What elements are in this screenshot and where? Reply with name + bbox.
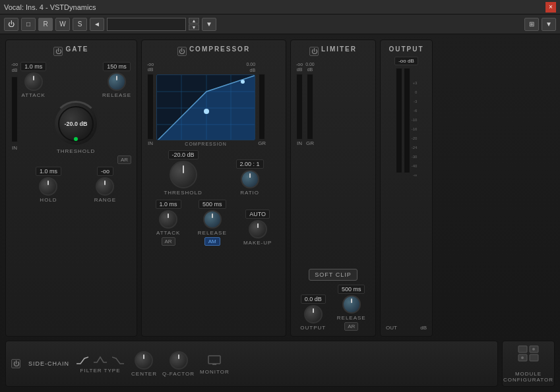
gate-ar-button[interactable]: AR — [117, 155, 131, 164]
sc-qfactor-knob[interactable] — [170, 351, 188, 370]
lim-output-knob[interactable] — [304, 305, 323, 323]
gate-attack-knob[interactable] — [24, 72, 43, 91]
arrow-up-button[interactable]: ▲ — [189, 18, 199, 24]
lim-output-group: 0.0 dB OUTPUT — [300, 294, 326, 331]
gate-range-knob[interactable] — [96, 177, 114, 196]
gate-title: GATE — [65, 45, 88, 53]
gate-hold-label: HOLD — [40, 197, 57, 203]
comp-attack-knob[interactable] — [159, 210, 177, 229]
lim-ar-button[interactable]: AR — [344, 322, 358, 331]
gate-panel: ⏻ GATE -oo dB IN — [5, 40, 137, 337]
comp-release-group: 500 ms RELEASE AM — [198, 200, 227, 246]
gate-db-label: -oo — [11, 62, 18, 67]
settings-button[interactable]: ⊞ — [524, 18, 539, 31]
gate-hold-value: 1.0 ms — [36, 167, 61, 176]
svg-point-12 — [521, 356, 524, 359]
comp-ratio-value: 2.00 : 1 — [236, 159, 264, 169]
solo-button[interactable]: S — [73, 18, 87, 31]
module-config-label: MODULE CONFIGURATOR — [503, 371, 553, 383]
comp-attack-label: ATTACK — [156, 230, 180, 236]
scale-val-11: -∞ — [412, 171, 418, 180]
lim-in-label: IN — [297, 140, 302, 146]
lim-gr-meter — [307, 74, 313, 140]
comp-ratio-group: 2.00 : 1 RATIO — [236, 159, 264, 196]
arrow-down-button[interactable]: ▼ — [189, 24, 199, 30]
comp-knobs-row: -20.0 dB THRESHOLD 2.00 : 1 RATIO — [147, 150, 280, 196]
comp-control-point[interactable] — [204, 109, 209, 114]
gate-release-label: RELEASE — [102, 92, 131, 98]
comp-graph-db-unit: dB — [250, 68, 256, 72]
back-button[interactable]: ◄ — [90, 18, 104, 31]
module-configurator[interactable]: MODULE CONFIGURATOR — [502, 341, 555, 387]
write-button[interactable]: W — [55, 18, 70, 31]
monitor-icon[interactable] — [207, 353, 222, 368]
compressor-power-button[interactable]: ⏻ — [177, 47, 187, 56]
output-top-value: -oo dB — [394, 57, 418, 65]
power-button[interactable]: ⏻ — [4, 18, 18, 31]
svg-rect-8 — [518, 346, 527, 352]
sc-center-knob[interactable] — [135, 351, 153, 370]
scale-val-5: -10 — [412, 115, 418, 125]
lim-output-value: 0.0 dB — [301, 294, 326, 304]
scale-val-2: 0 — [412, 88, 418, 97]
gate-threshold-display: -20.0 dB — [58, 106, 94, 142]
lim-gr-label: GR — [306, 140, 314, 146]
gate-in-label: IN — [12, 145, 17, 151]
gate-range-label: RANGE — [94, 197, 116, 203]
title-bar: Vocal: Ins. 4 - VSTDynamics × — [0, 0, 560, 14]
close-button[interactable]: × — [545, 2, 556, 13]
comp-in-label: IN — [148, 140, 153, 146]
comp-graph-db-top: 0.00 — [247, 62, 256, 67]
sidechain-panel: ⏻ SIDE-CHAIN — [5, 341, 498, 387]
gate-hold-knob[interactable] — [39, 177, 57, 196]
comp-ratio-knob[interactable] — [241, 170, 259, 188]
gate-in-meter: -oo dB IN — [11, 62, 18, 331]
comp-am-button[interactable]: AM — [204, 237, 220, 246]
svg-rect-11 — [530, 354, 538, 361]
sc-qfactor-label: Q-FACTOR — [162, 371, 195, 377]
filter-highcut-icon[interactable] — [111, 354, 126, 366]
gate-release-knob[interactable] — [108, 72, 126, 91]
sidechain-power-button[interactable]: ⏻ — [11, 359, 20, 368]
sc-center-label: CENTER — [131, 371, 157, 377]
filter-bell-icon[interactable] — [93, 354, 108, 366]
toolbar-input[interactable] — [107, 18, 186, 31]
svg-rect-7 — [212, 364, 216, 365]
lim-gr-db-unit: dB — [307, 67, 313, 72]
comp-threshold-label: THRESHOLD — [164, 190, 202, 196]
gate-attack-label: ATTACK — [21, 92, 45, 98]
lim-release-group: 500 ms RELEASE AR — [337, 285, 366, 331]
comp-release-knob[interactable] — [203, 210, 222, 229]
read-button[interactable]: R — [38, 18, 53, 31]
comp-makeup-knob[interactable] — [249, 220, 267, 238]
filter-lowcut-icon[interactable] — [75, 354, 89, 366]
gate-threshold-knob[interactable]: -20.0 dB — [53, 101, 99, 147]
compressor-title: COMPRESSOR — [189, 45, 250, 53]
sc-monitor-group: MONITOR — [200, 353, 230, 375]
filter-type-icons — [75, 354, 126, 366]
comp-in-db-top: -oo — [147, 62, 154, 67]
compressor-header: ⏻ COMPRESSOR — [147, 45, 280, 57]
options-button[interactable]: ▼ — [542, 18, 556, 31]
output-panel: OUTPUT -oo dB +3 0 -3 -6 — [380, 40, 433, 337]
comp-compression-label: COMPRESSION — [185, 142, 227, 146]
comp-threshold-group: -20.0 dB THRESHOLD — [164, 150, 202, 196]
comp-in-meter — [147, 74, 154, 140]
lim-in-db-top: -oo — [296, 62, 303, 67]
gate-power-button[interactable]: ⏻ — [53, 47, 63, 56]
comp-gr-meter — [259, 74, 265, 140]
comp-ratio-label: RATIO — [240, 190, 259, 196]
output-scale: +3 0 -3 -6 -10 -16 -20 -24 -30 -40 -∞ — [412, 78, 418, 180]
comp-gr-spacer: -oo — [259, 62, 265, 67]
limiter-title: LIMITER — [321, 45, 357, 53]
limiter-power-button[interactable]: ⏻ — [309, 47, 319, 56]
menu-button[interactable]: ▼ — [202, 18, 216, 31]
record-button[interactable]: □ — [21, 18, 36, 31]
lim-release-knob[interactable] — [342, 295, 361, 314]
comp-release-value: 500 ms — [199, 200, 226, 209]
soft-clip-button[interactable]: SOFT CLIP — [309, 269, 357, 281]
scale-val-3: -3 — [412, 97, 418, 106]
comp-threshold-knob[interactable] — [170, 161, 197, 188]
comp-ar-button[interactable]: AR — [162, 237, 175, 246]
module-config-icon — [518, 345, 539, 367]
